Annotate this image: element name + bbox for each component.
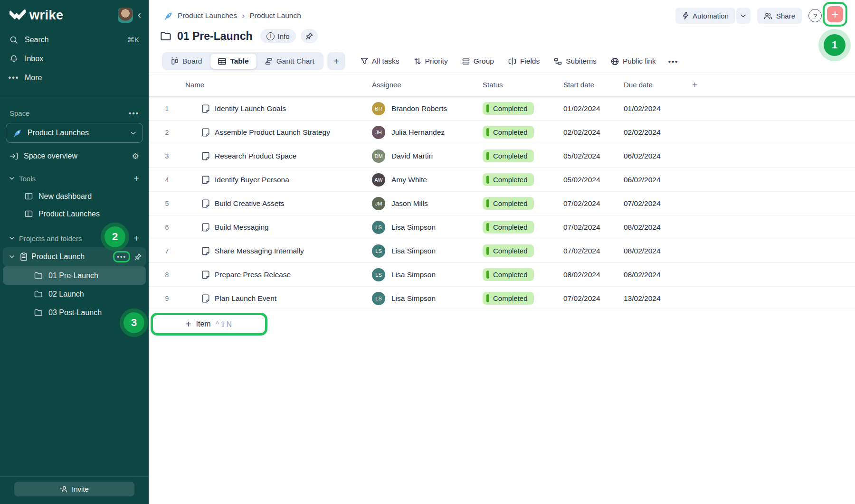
column-header-assignee[interactable]: Assignee <box>372 81 483 89</box>
info-button[interactable]: i Info <box>260 29 296 43</box>
status-cell[interactable]: Completed <box>483 244 563 257</box>
share-button[interactable]: Share <box>757 8 802 24</box>
due-date-cell[interactable]: 06/02/2024 <box>624 176 686 184</box>
status-badge[interactable]: Completed <box>483 197 534 210</box>
tools-section-header[interactable]: Tools + <box>0 169 149 187</box>
project-menu-button[interactable]: ••• <box>117 253 126 260</box>
status-cell[interactable]: Completed <box>483 221 563 233</box>
sidebar-item-more[interactable]: ••• More <box>0 68 149 87</box>
assignee-cell[interactable]: JMJason Mills <box>372 197 483 210</box>
task-name-cell[interactable]: Identify Buyer Persona <box>185 176 372 184</box>
status-badge[interactable]: Completed <box>483 292 534 305</box>
assignee-cell[interactable]: DMDavid Martin <box>372 149 483 163</box>
status-cell[interactable]: Completed <box>483 126 563 139</box>
column-header-name[interactable]: Name <box>185 81 372 89</box>
due-date-cell[interactable]: 08/02/2024 <box>624 247 686 255</box>
task-name-cell[interactable]: Identify Launch Goals <box>185 104 372 113</box>
automation-button[interactable]: Automation <box>675 8 735 24</box>
table-row[interactable]: 7Share Messaging InternallyLSLisa Simpso… <box>149 239 855 263</box>
sidebar-item-product-launch[interactable]: Product Launch ••• <box>3 247 146 266</box>
table-row[interactable]: 3Research Product SpaceDMDavid MartinCom… <box>149 144 855 168</box>
status-badge[interactable]: Completed <box>483 244 534 257</box>
start-date-cell[interactable]: 01/02/2024 <box>563 104 624 113</box>
sidebar-item-search[interactable]: Search ⌘K <box>0 30 149 49</box>
toolbar-priority[interactable]: Priority <box>414 57 448 65</box>
user-avatar[interactable] <box>118 8 133 23</box>
breadcrumb-item-space[interactable]: Product Launches <box>178 11 237 20</box>
tab-gantt-chart[interactable]: Gantt Chart <box>257 54 322 69</box>
table-row[interactable]: 1Identify Launch GoalsBRBrandon RobertsC… <box>149 97 855 121</box>
column-header-status[interactable]: Status <box>483 81 563 89</box>
task-name-cell[interactable]: Share Messaging Internally <box>185 247 372 255</box>
toolbar-fields[interactable]: Fields <box>508 57 540 65</box>
space-menu-button[interactable]: ••• <box>129 109 139 117</box>
assignee-cell[interactable]: LSLisa Simpson <box>372 292 483 305</box>
add-item-button[interactable]: Item <box>196 320 211 328</box>
sidebar-item-tool[interactable]: New dashboard <box>0 187 149 205</box>
collapse-sidebar-icon[interactable]: ‹ <box>138 10 141 20</box>
assignee-cell[interactable]: JHJulia Hernandez <box>372 126 483 139</box>
table-row[interactable]: 8Prepare Press ReleaseLSLisa SimpsonComp… <box>149 263 855 287</box>
invite-button[interactable]: Invite <box>14 482 134 496</box>
start-date-cell[interactable]: 07/02/2024 <box>563 247 624 255</box>
toolbar-subitems[interactable]: Subitems <box>554 57 597 65</box>
status-cell[interactable]: Completed <box>483 149 563 162</box>
breadcrumb-item-project[interactable]: Product Launch <box>249 11 301 20</box>
status-badge[interactable]: Completed <box>483 268 534 281</box>
assignee-cell[interactable]: BRBrandon Roberts <box>372 102 483 115</box>
gear-icon[interactable]: ⚙ <box>132 151 139 161</box>
assignee-cell[interactable]: AWAmy White <box>372 173 483 187</box>
sidebar-item-folder[interactable]: 02 Launch <box>3 285 146 303</box>
help-button[interactable]: ? <box>808 9 822 22</box>
toolbar-public-link[interactable]: Public link <box>611 57 656 65</box>
table-row[interactable]: 5Build Creative AssetsJMJason MillsCompl… <box>149 192 855 215</box>
toolbar-more-button[interactable]: ••• <box>668 57 679 65</box>
start-date-cell[interactable]: 07/02/2024 <box>563 223 624 232</box>
due-date-cell[interactable]: 02/02/2024 <box>624 128 686 137</box>
start-date-cell[interactable]: 08/02/2024 <box>563 271 624 279</box>
pin-button[interactable] <box>301 29 318 43</box>
status-badge[interactable]: Completed <box>483 173 534 186</box>
start-date-cell[interactable]: 05/02/2024 <box>563 176 624 184</box>
status-badge[interactable]: Completed <box>483 126 534 139</box>
pin-icon[interactable] <box>134 253 142 261</box>
assignee-cell[interactable]: LSLisa Simpson <box>372 221 483 234</box>
start-date-cell[interactable]: 07/02/2024 <box>563 294 624 303</box>
table-row[interactable]: 6Build MessagingLSLisa SimpsonCompleted0… <box>149 215 855 239</box>
task-name-cell[interactable]: Build Creative Assets <box>185 199 372 208</box>
sidebar-item-tool[interactable]: Product Launches <box>0 205 149 223</box>
task-name-cell[interactable]: Assemble Product Launch Strategy <box>185 128 372 137</box>
status-cell[interactable]: Completed <box>483 173 563 186</box>
assignee-cell[interactable]: LSLisa Simpson <box>372 244 483 258</box>
automation-dropdown-button[interactable] <box>736 8 750 24</box>
add-view-button[interactable]: + <box>327 52 345 70</box>
due-date-cell[interactable]: 13/02/2024 <box>624 294 686 303</box>
due-date-cell[interactable]: 08/02/2024 <box>624 223 686 232</box>
tab-board[interactable]: Board <box>163 54 209 69</box>
task-name-cell[interactable]: Research Product Space <box>185 152 372 160</box>
due-date-cell[interactable]: 08/02/2024 <box>624 271 686 279</box>
start-date-cell[interactable]: 07/02/2024 <box>563 199 624 208</box>
space-selector[interactable]: Product Launches <box>6 123 143 143</box>
sidebar-item-space-overview[interactable]: Space overview ⚙ <box>0 147 149 166</box>
status-cell[interactable]: Completed <box>483 292 563 305</box>
status-badge[interactable]: Completed <box>483 221 534 233</box>
task-name-cell[interactable]: Plan Launch Event <box>185 294 372 303</box>
sidebar-item-inbox[interactable]: Inbox <box>0 49 149 68</box>
add-column-button[interactable]: + <box>686 80 855 90</box>
status-badge[interactable]: Completed <box>483 149 534 162</box>
toolbar-group[interactable]: Group <box>462 57 494 65</box>
add-project-button[interactable]: + <box>133 233 139 244</box>
add-tool-button[interactable]: + <box>133 173 139 184</box>
wrike-logo[interactable]: wrike <box>10 8 64 23</box>
table-row[interactable]: 2Assemble Product Launch StrategyJHJulia… <box>149 121 855 144</box>
status-cell[interactable]: Completed <box>483 268 563 281</box>
tab-table[interactable]: Table <box>210 54 256 69</box>
due-date-cell[interactable]: 06/02/2024 <box>624 152 686 160</box>
due-date-cell[interactable]: 01/02/2024 <box>624 104 686 113</box>
table-row[interactable]: 4Identify Buyer PersonaAWAmy WhiteComple… <box>149 168 855 192</box>
sidebar-item-folder[interactable]: 01 Pre-Launch <box>3 266 146 285</box>
table-row[interactable]: 9Plan Launch EventLSLisa SimpsonComplete… <box>149 287 855 310</box>
task-name-cell[interactable]: Build Messaging <box>185 223 372 232</box>
column-header-start-date[interactable]: Start date <box>563 81 624 89</box>
